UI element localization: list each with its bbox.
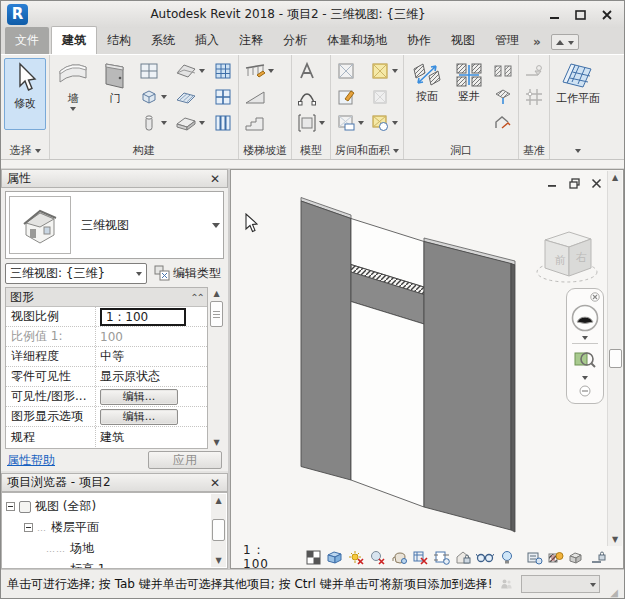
view-cube[interactable]: 前 右 [531, 218, 609, 290]
tab-overflow-icon[interactable]: » [529, 30, 545, 54]
scroll-down-icon[interactable]: ▼ [213, 436, 219, 449]
component-button[interactable] [137, 84, 169, 109]
ribbon-collapse-button[interactable] [551, 34, 579, 50]
area-button[interactable] [368, 58, 400, 83]
tab-architecture[interactable]: 建筑 [51, 26, 97, 54]
view-cube-front-label[interactable]: 前 [554, 254, 566, 267]
shaft-opening-button[interactable]: 竖井 [449, 58, 489, 104]
model-group-button[interactable] [295, 110, 327, 135]
work-plane-button[interactable]: 工作平面 [553, 58, 603, 106]
wall-opening-button[interactable] [491, 58, 515, 83]
visual-style-icon[interactable] [326, 549, 343, 566]
navbar-close-icon[interactable] [590, 292, 600, 302]
scroll-down-icon[interactable]: ▼ [215, 554, 221, 567]
worksharing-display-icon[interactable] [547, 549, 564, 566]
door-button[interactable]: 门 [95, 58, 135, 106]
minimize-icon[interactable] [548, 8, 562, 22]
property-row[interactable]: 图形显示选项 编辑... [6, 407, 207, 427]
edit-type-button[interactable]: 编辑类型 [151, 263, 224, 284]
sun-path-icon[interactable] [347, 549, 364, 566]
detail-level-icon[interactable] [305, 549, 322, 566]
render-dialog-icon[interactable] [390, 549, 407, 566]
ceiling-button[interactable] [173, 84, 207, 109]
tab-manage[interactable]: 管理 [485, 27, 529, 54]
model-text-button[interactable] [295, 58, 327, 83]
scroll-up-icon[interactable]: ▲ [612, 171, 618, 184]
modify-button[interactable]: 修改 [4, 58, 46, 130]
instance-selector[interactable]: 三维视图: {三维} [5, 263, 147, 284]
wall-right-edge-face[interactable] [511, 264, 515, 533]
design-options-combo[interactable] [521, 575, 600, 593]
navbar-collapse-icon[interactable] [579, 385, 591, 397]
tab-insert[interactable]: 插入 [185, 27, 229, 54]
railing-button[interactable] [242, 58, 276, 83]
drawing-area[interactable]: 前 右 [230, 169, 624, 569]
shadows-icon[interactable] [369, 549, 386, 566]
tab-collaborate[interactable]: 协作 [397, 27, 441, 54]
scroll-down-icon[interactable]: ▼ [612, 533, 618, 546]
reveal-constraints-icon[interactable] [590, 549, 607, 566]
tab-analyze[interactable]: 分析 [273, 27, 317, 54]
wall-button[interactable]: 墙 [53, 58, 93, 111]
ramp-button[interactable] [242, 84, 276, 109]
column-button[interactable] [137, 110, 169, 135]
view-minimize-icon[interactable] [547, 178, 558, 189]
curtain-system-button[interactable] [211, 58, 235, 83]
property-row[interactable]: 规程 建筑 [6, 427, 207, 447]
vertical-opening-button[interactable] [491, 84, 515, 109]
temporary-hide-isolate-icon[interactable] [476, 549, 494, 566]
tab-systems[interactable]: 系统 [141, 27, 185, 54]
collapse-expander-icon[interactable] [24, 523, 33, 532]
properties-close-icon[interactable]: ✕ [208, 172, 222, 186]
property-row[interactable]: 可见性/图形... 编辑... [6, 387, 207, 407]
scroll-up-icon[interactable]: ▲ [215, 494, 221, 507]
scrollbar-thumb[interactable] [210, 301, 223, 327]
resize-grip[interactable]: ◢ [610, 587, 618, 598]
tab-view[interactable]: 视图 [441, 27, 485, 54]
tab-structure[interactable]: 结构 [97, 27, 141, 54]
locked-3d-view-icon[interactable] [455, 549, 472, 566]
curtain-grid-button[interactable] [211, 84, 235, 109]
scrollbar-thumb[interactable] [609, 349, 622, 368]
model-line-button[interactable] [295, 84, 327, 109]
window-button[interactable] [137, 58, 169, 83]
property-row[interactable]: 视图比例 1 : 100 [6, 307, 207, 327]
door-opening[interactable] [351, 302, 424, 508]
tab-file[interactable]: 文件 [5, 27, 49, 54]
revit-logo-icon[interactable]: R [7, 4, 28, 25]
zoom-tool-icon[interactable] [573, 348, 597, 372]
wall-right-panel[interactable] [424, 242, 511, 531]
graphic-display-options-edit-button[interactable]: 编辑... [100, 409, 178, 425]
floor-button[interactable] [173, 110, 207, 135]
crop-view-icon[interactable] [412, 549, 429, 566]
properties-title-bar[interactable]: 属性 ✕ [1, 169, 228, 188]
property-row[interactable]: 详细程度 中等 [6, 347, 207, 367]
maximize-icon[interactable] [574, 8, 588, 22]
steering-wheel-dropdown-icon[interactable] [582, 336, 588, 343]
room-separator-button[interactable] [334, 84, 366, 109]
tag-room-button[interactable] [334, 110, 366, 135]
view-restore-icon[interactable] [569, 178, 580, 189]
zoom-dropdown-icon[interactable] [582, 376, 588, 383]
stair-button[interactable] [242, 110, 276, 135]
property-group-graphics[interactable]: 图形 ⌃⌃ [6, 288, 207, 307]
reveal-hidden-elements-icon[interactable] [498, 549, 515, 566]
wall-left-panel[interactable] [301, 201, 351, 480]
displacement-sets-icon[interactable] [568, 549, 585, 566]
visibility-graphics-edit-button[interactable]: 编辑... [100, 389, 178, 405]
roof-button[interactable] [173, 58, 207, 83]
browser-title-bar[interactable]: 项目浏览器 - 项目2 ✕ [1, 473, 228, 492]
panel-label-room-area[interactable]: 房间和面积 [331, 142, 403, 159]
canvas-vertical-scrollbar[interactable]: ▲ ▼ [607, 171, 622, 546]
temporary-view-properties-icon[interactable] [525, 549, 542, 566]
close-icon[interactable] [600, 8, 614, 22]
view-cube-right-label[interactable]: 右 [576, 251, 587, 264]
scrollbar-thumb[interactable] [212, 519, 225, 541]
crop-region-icon[interactable] [433, 549, 450, 566]
type-selector[interactable]: 三维视图 [5, 191, 224, 259]
panel-label-work-plane[interactable] [550, 142, 606, 159]
mullion-button[interactable] [211, 110, 235, 135]
tree-item-floor-plans[interactable]: … 楼层平面 [6, 517, 227, 538]
steering-wheel-icon[interactable] [570, 303, 600, 333]
collapse-expander-icon[interactable] [6, 502, 15, 511]
